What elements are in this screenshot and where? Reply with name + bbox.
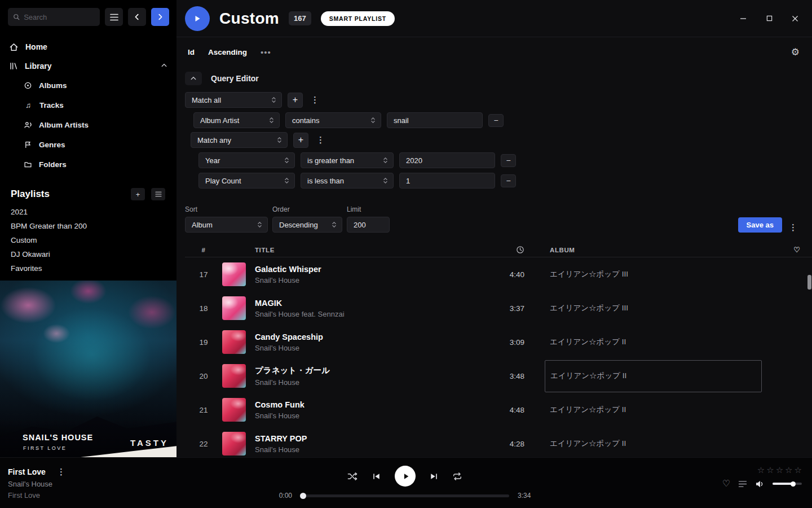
table-row[interactable]: 17 Galactic Whisper Snail's House 4:40 エ… bbox=[185, 257, 812, 291]
rule-value-input[interactable] bbox=[387, 112, 483, 128]
forward-button[interactable] bbox=[151, 8, 169, 26]
maximize-button[interactable] bbox=[765, 14, 774, 23]
query-rule-2: Year is greater than − bbox=[198, 152, 812, 168]
sort-label: Sort bbox=[185, 205, 268, 213]
folder-icon bbox=[24, 160, 32, 169]
rule-operator-select[interactable]: is less than bbox=[301, 173, 394, 189]
rule-operator-value: contains bbox=[292, 116, 366, 125]
rule-value-input[interactable] bbox=[399, 173, 495, 189]
play-pause-button[interactable] bbox=[395, 466, 416, 487]
group-options-icon[interactable]: ⋮ bbox=[314, 135, 327, 145]
shuffle-button[interactable] bbox=[347, 472, 358, 481]
sidebar-item-tracks[interactable]: ♫ Tracks bbox=[0, 95, 176, 115]
sort-select[interactable]: Album bbox=[185, 217, 268, 233]
volume-icon[interactable] bbox=[755, 480, 765, 488]
seek-thumb[interactable] bbox=[300, 493, 306, 499]
remove-rule-button[interactable]: − bbox=[501, 174, 516, 187]
track-number: 22 bbox=[185, 440, 222, 448]
limit-input[interactable] bbox=[347, 217, 390, 233]
sidebar-item-album-artists[interactable]: Album Artists bbox=[0, 115, 176, 135]
volume-thumb[interactable] bbox=[791, 481, 796, 487]
track-title: Galactic Whisper bbox=[255, 265, 480, 274]
save-options-icon[interactable]: ⋮ bbox=[787, 222, 800, 233]
close-button[interactable] bbox=[791, 14, 800, 23]
now-playing-artwork[interactable]: SNAIL'S HOUSE FIRST LOVE TASTY bbox=[0, 281, 176, 457]
column-number[interactable]: # bbox=[185, 247, 222, 253]
app-window: Home Library Albums ♫ Tracks bbox=[0, 0, 812, 508]
sidebar-item-library[interactable]: Library bbox=[0, 56, 176, 76]
rule-operator-select[interactable]: is greater than bbox=[301, 152, 394, 168]
star-icon[interactable]: ☆ bbox=[776, 466, 783, 474]
save-as-button[interactable]: Save as bbox=[738, 217, 782, 233]
rule-operator-select[interactable]: contains bbox=[285, 112, 381, 128]
table-row[interactable]: 21 Cosmo Funk Snail's House 4:48 エイリアン☆ポ… bbox=[185, 393, 812, 427]
remove-rule-button[interactable]: − bbox=[488, 114, 504, 127]
match-type-select[interactable]: Match all bbox=[185, 92, 282, 108]
match-type-select[interactable]: Match any bbox=[191, 132, 288, 148]
volume-slider[interactable] bbox=[773, 483, 802, 485]
sidebar-item-genres[interactable]: Genres bbox=[0, 135, 176, 155]
rule-value-input[interactable] bbox=[399, 152, 495, 168]
star-icon[interactable]: ☆ bbox=[785, 466, 792, 474]
minimize-button[interactable] bbox=[739, 14, 748, 23]
playlist-item[interactable]: 2021 bbox=[0, 205, 176, 219]
now-playing-options-icon[interactable]: ⋮ bbox=[55, 467, 68, 477]
star-icon[interactable]: ☆ bbox=[795, 466, 802, 474]
sort-field-button[interactable]: Id bbox=[188, 48, 195, 56]
star-icon[interactable]: ☆ bbox=[757, 466, 765, 474]
rule-field-select[interactable]: Play Count bbox=[198, 173, 295, 189]
search-input[interactable] bbox=[24, 13, 95, 21]
sidebar-item-albums[interactable]: Albums bbox=[0, 76, 176, 95]
table-row[interactable]: 20 プラネット・ガール Snail's House 3:48 エイリアン☆ポッ… bbox=[185, 359, 812, 393]
back-button[interactable] bbox=[128, 8, 146, 26]
star-icon[interactable]: ☆ bbox=[766, 466, 774, 474]
add-playlist-button[interactable]: + bbox=[131, 188, 145, 200]
repeat-button[interactable] bbox=[452, 472, 462, 481]
sidebar-item-home[interactable]: Home bbox=[0, 37, 176, 56]
playlists-title: Playlists bbox=[11, 189, 125, 200]
query-group-2: Match any + ⋮ bbox=[191, 132, 812, 148]
seek-bar[interactable] bbox=[301, 494, 509, 497]
rule-field-select[interactable]: Year bbox=[198, 152, 295, 168]
column-album[interactable]: ALBUM bbox=[526, 247, 782, 253]
playlist-item[interactable]: Custom bbox=[0, 233, 176, 247]
favorite-heart-icon[interactable]: ♡ bbox=[722, 479, 730, 488]
playlist-item[interactable]: BPM Greater than 200 bbox=[0, 219, 176, 233]
volume-fill bbox=[773, 483, 793, 485]
sort-direction-button[interactable]: Ascending bbox=[208, 48, 247, 56]
playlist-item[interactable]: DJ Okawari bbox=[0, 247, 176, 261]
rule-field-select[interactable]: Album Artist bbox=[193, 112, 280, 128]
add-rule-button[interactable]: + bbox=[288, 93, 303, 108]
album-art-thumbnail bbox=[222, 296, 246, 320]
play-playlist-button[interactable] bbox=[185, 6, 210, 31]
previous-track-button[interactable] bbox=[372, 472, 381, 480]
track-title: Candy Spaceship bbox=[255, 332, 480, 341]
column-title[interactable]: TITLE bbox=[255, 247, 480, 253]
content-row: Home Library Albums ♫ Tracks bbox=[0, 0, 812, 457]
table-row[interactable]: 22 STARRY POP Snail's House 4:28 エイリアン☆ポ… bbox=[185, 427, 812, 457]
collapse-query-editor-button[interactable] bbox=[185, 72, 202, 85]
order-select[interactable]: Descending bbox=[272, 217, 342, 233]
search-box[interactable] bbox=[8, 8, 100, 26]
playlist-options-button[interactable] bbox=[151, 188, 165, 200]
table-row[interactable]: 19 Candy Spaceship Snail's House 3:09 エイ… bbox=[185, 325, 812, 359]
track-album-focused-cell[interactable]: エイリアン☆ポップ II bbox=[545, 360, 762, 392]
add-rule-button[interactable]: + bbox=[293, 133, 308, 148]
remove-rule-button[interactable]: − bbox=[501, 154, 516, 167]
sidebar-item-folders[interactable]: Folders bbox=[0, 155, 176, 174]
next-track-button[interactable] bbox=[430, 472, 438, 480]
column-duration[interactable] bbox=[480, 246, 526, 254]
scrollbar-thumb[interactable] bbox=[807, 275, 811, 290]
column-favorite[interactable]: ♡ bbox=[782, 246, 812, 254]
group-options-icon[interactable]: ⋮ bbox=[308, 95, 321, 105]
album-art-thumbnail bbox=[222, 364, 246, 388]
order-value: Descending bbox=[279, 221, 327, 229]
collapse-chevron-icon[interactable] bbox=[161, 62, 167, 71]
table-row[interactable]: 18 MAGIK Snail's House feat. Sennzai 3:3… bbox=[185, 291, 812, 325]
queue-icon[interactable] bbox=[738, 480, 747, 488]
menu-button[interactable] bbox=[105, 8, 123, 26]
settings-gear-icon[interactable]: ⚙ bbox=[791, 47, 800, 57]
more-options-icon[interactable]: ••• bbox=[261, 47, 271, 57]
playlist-item[interactable]: Favorites bbox=[0, 261, 176, 275]
artwork-artist: SNAIL'S HOUSE bbox=[23, 433, 93, 442]
